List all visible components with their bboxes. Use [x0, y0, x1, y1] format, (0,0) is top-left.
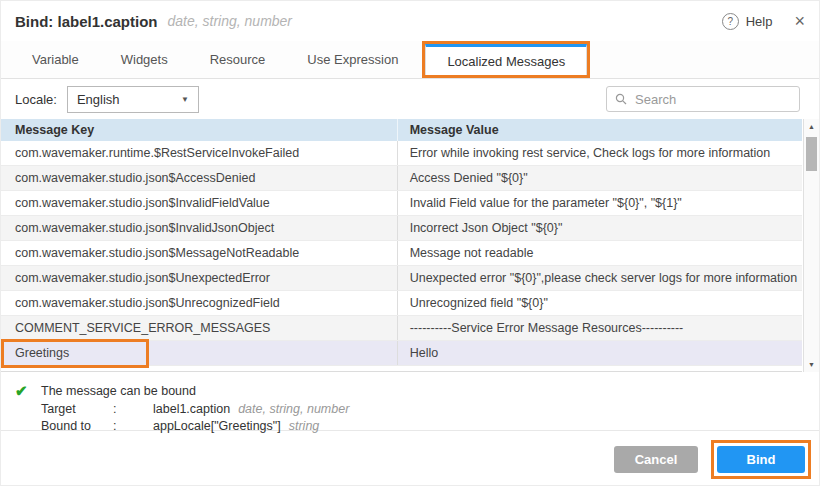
- tab-bar: VariableWidgetsResourceUse ExpressionLoc…: [1, 41, 819, 79]
- button-bar: Cancel Bind: [1, 430, 819, 486]
- help-link[interactable]: Help: [746, 14, 773, 29]
- scroll-up-icon[interactable]: ▲: [804, 123, 819, 130]
- search-input[interactable]: [633, 91, 791, 108]
- bind-dialog: Bind: label1.caption date, string, numbe…: [0, 0, 820, 486]
- bound-to-value: appLocale["Greetings"]: [153, 419, 281, 433]
- message-key-cell: com.wavemaker.studio.json$InvalidJsonObj…: [1, 221, 397, 235]
- titlebar-actions: ? Help ×: [722, 12, 805, 30]
- message-key-cell: com.wavemaker.studio.json$UnrecognizedFi…: [1, 296, 397, 310]
- bind-button[interactable]: Bind: [717, 446, 805, 473]
- target-row: Target : label1.caption date, string, nu…: [41, 401, 819, 417]
- close-icon[interactable]: ×: [794, 12, 805, 30]
- target-label: Target: [41, 402, 113, 416]
- column-header-message-value: Message Value: [397, 119, 802, 141]
- table-row[interactable]: com.wavemaker.studio.json$InvalidJsonObj…: [1, 216, 802, 241]
- bind-button-annotation: Bind: [711, 440, 811, 479]
- dialog-title: Bind: label1.caption: [15, 13, 158, 30]
- messages-table: Message Key Message Value com.wavemaker.…: [1, 119, 819, 372]
- message-value-cell: Unexpected error "${0}",please check ser…: [397, 266, 802, 290]
- locale-dropdown[interactable]: English ▼: [67, 86, 199, 113]
- target-types: date, string, number: [238, 402, 349, 416]
- partial-row: [1, 366, 802, 372]
- title-bar: Bind: label1.caption date, string, numbe…: [1, 1, 819, 41]
- binding-status: ✔ The message can be bound Target : labe…: [1, 372, 819, 430]
- locale-selected-value: English: [77, 92, 120, 107]
- message-value-cell: Incorrect Json Object "${0}": [397, 216, 802, 240]
- message-value-cell: ----------Service Error Message Resource…: [397, 316, 802, 340]
- table-header: Message Key Message Value: [1, 119, 802, 141]
- message-value-cell: Hello: [397, 341, 802, 365]
- tab-localized-messages[interactable]: Localized Messages: [425, 44, 587, 75]
- search-box[interactable]: [606, 86, 800, 112]
- message-key-cell: com.wavemaker.studio.json$InvalidFieldVa…: [1, 196, 397, 210]
- search-icon: [615, 93, 627, 105]
- table-row[interactable]: com.wavemaker.studio.json$InvalidFieldVa…: [1, 191, 802, 216]
- table-row[interactable]: com.wavemaker.studio.json$AccessDeniedAc…: [1, 166, 802, 191]
- active-tab-annotation: Localized Messages: [422, 41, 590, 78]
- check-icon: ✔: [15, 382, 41, 400]
- table-row[interactable]: com.wavemaker.runtime.$RestServiceInvoke…: [1, 141, 802, 166]
- table-row[interactable]: com.wavemaker.studio.json$MessageNotRead…: [1, 241, 802, 266]
- message-value-cell: Access Denied "${0}": [397, 166, 802, 190]
- tab-widgets[interactable]: Widgets: [100, 41, 189, 78]
- locale-label: Locale:: [15, 92, 57, 107]
- column-header-message-key: Message Key: [1, 123, 397, 137]
- toolbar: Locale: English ▼: [1, 79, 819, 119]
- message-value-cell: Message not readable: [397, 241, 802, 265]
- message-key-cell: com.wavemaker.studio.json$MessageNotRead…: [1, 246, 397, 260]
- table-row[interactable]: com.wavemaker.studio.json$UnexpectedErro…: [1, 266, 802, 291]
- chevron-down-icon: ▼: [181, 95, 189, 104]
- table-scrollbar[interactable]: ▲ ▼: [803, 119, 819, 372]
- table-row[interactable]: COMMENT_SERVICE_ERROR_MESSAGES----------…: [1, 316, 802, 341]
- tab-use-expression[interactable]: Use Expression: [286, 41, 419, 78]
- message-value-cell: Unrecognized field "${0}": [397, 291, 802, 315]
- tab-variable[interactable]: Variable: [11, 41, 100, 78]
- message-value-cell: Invalid Field value for the parameter "$…: [397, 191, 802, 215]
- scrollbar-thumb[interactable]: [806, 137, 817, 171]
- message-value-cell: Error while invoking rest service, Check…: [397, 141, 802, 165]
- target-colon: :: [113, 402, 153, 416]
- table-body: com.wavemaker.runtime.$RestServiceInvoke…: [1, 141, 802, 366]
- message-key-cell: com.wavemaker.runtime.$RestServiceInvoke…: [1, 146, 397, 160]
- dialog-subtitle: date, string, number: [168, 13, 293, 29]
- message-key-cell: com.wavemaker.studio.json$AccessDenied: [1, 171, 397, 185]
- cancel-button[interactable]: Cancel: [614, 446, 698, 473]
- table-row[interactable]: GreetingsHello: [1, 341, 802, 366]
- scroll-down-icon[interactable]: ▼: [804, 361, 819, 368]
- target-value: label1.caption: [153, 402, 230, 416]
- bound-to-type: string: [289, 419, 320, 433]
- bound-to-colon: :: [113, 419, 153, 433]
- message-key-cell: Greetings: [1, 346, 397, 360]
- table-row[interactable]: com.wavemaker.studio.json$UnrecognizedFi…: [1, 291, 802, 316]
- tab-resource[interactable]: Resource: [189, 41, 287, 78]
- help-icon[interactable]: ?: [722, 13, 739, 30]
- status-message-line: ✔ The message can be bound: [15, 382, 819, 400]
- message-key-cell: com.wavemaker.studio.json$UnexpectedErro…: [1, 271, 397, 285]
- message-key-cell: COMMENT_SERVICE_ERROR_MESSAGES: [1, 321, 397, 335]
- table-content: Message Key Message Value com.wavemaker.…: [1, 119, 802, 366]
- status-message: The message can be bound: [41, 384, 196, 398]
- bound-to-label: Bound to: [41, 419, 113, 433]
